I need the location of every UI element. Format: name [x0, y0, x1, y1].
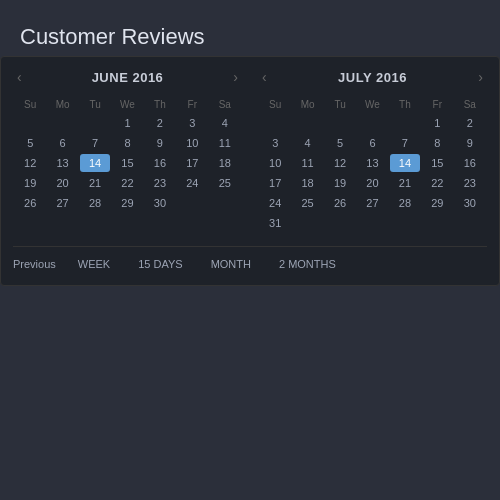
cal-day[interactable]: 15	[112, 154, 142, 172]
cal-day[interactable]: 21	[390, 174, 420, 192]
cal-day	[177, 194, 207, 212]
cal-day[interactable]: 1	[112, 114, 142, 132]
cal-day[interactable]: 1	[422, 114, 452, 132]
cal-day[interactable]: 9	[455, 134, 485, 152]
cal-previous-btn[interactable]: Previous	[13, 258, 56, 270]
cal-day[interactable]: 7	[390, 134, 420, 152]
cal-day[interactable]: 14	[390, 154, 420, 172]
cal-day[interactable]: 25	[210, 174, 240, 192]
cal-day	[292, 114, 322, 132]
cal-day[interactable]: 26	[15, 194, 45, 212]
cal-day[interactable]: 18	[292, 174, 322, 192]
cal-day[interactable]: 22	[112, 174, 142, 192]
cal-day[interactable]: 29	[422, 194, 452, 212]
cal-day[interactable]: 23	[455, 174, 485, 192]
cal-day[interactable]: 28	[80, 194, 110, 212]
cal-day[interactable]: 10	[260, 154, 290, 172]
cal-day[interactable]: 22	[422, 174, 452, 192]
cal-day[interactable]: 4	[292, 134, 322, 152]
col-sa: Sa	[455, 97, 485, 112]
col-fr: Fr	[422, 97, 452, 112]
cal-day[interactable]: 12	[15, 154, 45, 172]
col-tu: Tu	[325, 97, 355, 112]
cal-day[interactable]: 29	[112, 194, 142, 212]
cal-day[interactable]: 23	[145, 174, 175, 192]
july-next-icon[interactable]: ›	[474, 69, 487, 85]
col-we: We	[357, 97, 387, 112]
cal-day[interactable]: 15	[422, 154, 452, 172]
cal-day[interactable]: 8	[422, 134, 452, 152]
cal-day[interactable]: 28	[390, 194, 420, 212]
cal-day	[15, 114, 45, 132]
cal-day	[47, 114, 77, 132]
cal-day[interactable]: 20	[47, 174, 77, 192]
cal-day[interactable]: 2	[455, 114, 485, 132]
june-prev-icon[interactable]: ‹	[13, 69, 26, 85]
cal-day[interactable]: 16	[145, 154, 175, 172]
cal-day[interactable]: 30	[145, 194, 175, 212]
col-mo: Mo	[47, 97, 77, 112]
cal-day[interactable]: 17	[260, 174, 290, 192]
cal-week-btn[interactable]: WEEK	[72, 255, 116, 273]
cal-15days-btn[interactable]: 15 DAYS	[132, 255, 188, 273]
cal-day[interactable]: 20	[357, 174, 387, 192]
cal-day[interactable]: 2	[145, 114, 175, 132]
cal-day	[325, 214, 355, 232]
calendar-dropdown: ‹ JUNE 2016 › Su Mo Tu We Th Fr Sa	[0, 56, 500, 286]
col-th: Th	[390, 97, 420, 112]
cal-day[interactable]: 5	[325, 134, 355, 152]
cal-day[interactable]: 19	[325, 174, 355, 192]
col-mo: Mo	[292, 97, 322, 112]
fade-overlay	[0, 440, 500, 500]
cal-day[interactable]: 26	[325, 194, 355, 212]
cal-day[interactable]: 17	[177, 154, 207, 172]
cal-day[interactable]: 8	[112, 134, 142, 152]
cal-day	[357, 114, 387, 132]
cal-day[interactable]: 4	[210, 114, 240, 132]
cal-day[interactable]: 7	[80, 134, 110, 152]
cal-day[interactable]: 19	[15, 174, 45, 192]
june-title: JUNE 2016	[92, 70, 164, 85]
cal-day[interactable]: 18	[210, 154, 240, 172]
cal-2months-btn[interactable]: 2 MONTHS	[273, 255, 342, 273]
cal-day[interactable]: 12	[325, 154, 355, 172]
col-su: Su	[15, 97, 45, 112]
page-title: Customer Reviews	[20, 24, 480, 50]
july-prev-icon[interactable]: ‹	[258, 69, 271, 85]
cal-day[interactable]: 6	[357, 134, 387, 152]
cal-day[interactable]: 11	[210, 134, 240, 152]
cal-day[interactable]: 10	[177, 134, 207, 152]
cal-day[interactable]: 16	[455, 154, 485, 172]
cal-nav-row: Previous WEEK 15 DAYS MONTH 2 MONTHS	[13, 246, 487, 273]
cal-day[interactable]: 24	[260, 194, 290, 212]
cal-day[interactable]: 27	[357, 194, 387, 212]
cal-day[interactable]: 14	[80, 154, 110, 172]
cal-day[interactable]: 24	[177, 174, 207, 192]
cal-day[interactable]: 11	[292, 154, 322, 172]
col-su: Su	[260, 97, 290, 112]
cal-day	[390, 214, 420, 232]
page: Customer Reviews May, 15 → Today All Cou…	[0, 0, 500, 500]
cal-day	[260, 114, 290, 132]
cal-day[interactable]: 27	[47, 194, 77, 212]
cal-day[interactable]: 9	[145, 134, 175, 152]
cal-day	[292, 214, 322, 232]
col-tu: Tu	[80, 97, 110, 112]
cal-day[interactable]: 13	[47, 154, 77, 172]
cal-day[interactable]: 6	[47, 134, 77, 152]
col-th: Th	[145, 97, 175, 112]
cal-day[interactable]: 25	[292, 194, 322, 212]
cal-day	[210, 194, 240, 212]
cal-day[interactable]: 31	[260, 214, 290, 232]
cal-day	[455, 214, 485, 232]
cal-day[interactable]: 13	[357, 154, 387, 172]
cal-day[interactable]: 30	[455, 194, 485, 212]
cal-day[interactable]: 3	[260, 134, 290, 152]
cal-day[interactable]: 5	[15, 134, 45, 152]
cal-day	[422, 214, 452, 232]
cal-day[interactable]: 3	[177, 114, 207, 132]
june-next-icon[interactable]: ›	[229, 69, 242, 85]
cal-month-btn[interactable]: MONTH	[205, 255, 257, 273]
col-sa: Sa	[210, 97, 240, 112]
cal-day[interactable]: 21	[80, 174, 110, 192]
